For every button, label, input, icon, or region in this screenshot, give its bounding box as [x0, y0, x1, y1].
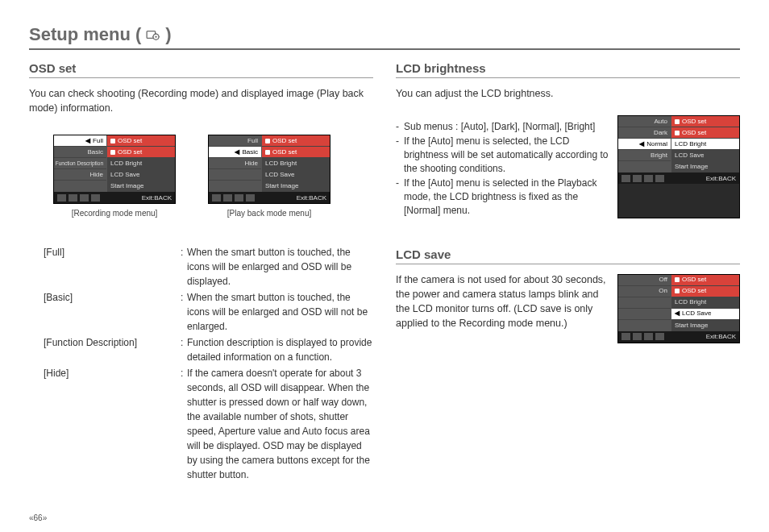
definition-term: [Basic]	[44, 290, 181, 334]
menu-item[interactable]: ◀Basic	[209, 147, 261, 158]
definition-row: [Full] :When the smart button is touched…	[44, 245, 373, 289]
menu-item-empty	[618, 309, 671, 320]
definition-desc: When the smart button is touched, the ic…	[187, 290, 373, 334]
menu-item-empty	[618, 161, 671, 172]
menu-item[interactable]: LCD Bright	[107, 158, 175, 169]
menu-item[interactable]: OSD set	[262, 147, 330, 158]
page-title: Setup menu ( )	[29, 24, 740, 50]
menu-item[interactable]: ◀Normal	[618, 139, 671, 150]
definition-term: [Hide]	[44, 366, 181, 482]
menu-item[interactable]: Hide	[54, 169, 106, 181]
menu-item[interactable]: Start Image	[262, 181, 330, 192]
square-icon	[110, 139, 115, 143]
osd-menu-recording: ◀Full Basic Function Description Hide OS…	[53, 135, 176, 204]
menu-item[interactable]: Auto	[618, 116, 671, 127]
definition-row: [Hide] :If the camera doesn't operate fo…	[44, 366, 373, 482]
menu-item[interactable]: OSD set	[107, 147, 175, 158]
definition-row: [Basic] :When the smart button is touche…	[44, 290, 373, 334]
menu-item[interactable]: On	[618, 286, 671, 297]
title-prefix: Setup menu (	[29, 24, 141, 45]
definition-row: [Function Description] :Function descrip…	[44, 335, 373, 364]
footer-icons	[212, 194, 255, 202]
lcd-save-intro: If the camera is not used for about 30 s…	[396, 272, 609, 343]
menu-item[interactable]: LCD Save	[107, 169, 175, 181]
menu-item[interactable]: Start Image	[107, 181, 175, 192]
menu-item[interactable]: OSD set	[107, 135, 175, 147]
menu-item[interactable]: Basic	[54, 147, 106, 158]
osd-menu-playback: Full ◀Basic Hide OSD set OSD set LCD Bri…	[208, 135, 330, 204]
menu-item[interactable]: Dark	[618, 127, 671, 139]
menu-item-empty	[618, 297, 671, 309]
exit-label[interactable]: Exit:BACK	[706, 333, 736, 340]
square-icon	[265, 150, 270, 155]
exit-label[interactable]: Exit:BACK	[706, 175, 736, 182]
menu-item[interactable]: Bright	[618, 150, 671, 161]
menu-item[interactable]: OSD set	[671, 127, 739, 139]
square-icon	[110, 150, 115, 155]
osd-menu-lcdsave: Off On OSD set OSD set LCD Bright ◀LCD S…	[617, 274, 740, 343]
definitions-list: [Full] :When the smart button is touched…	[44, 245, 373, 482]
square-icon	[675, 119, 680, 124]
definition-desc: If the camera doesn't operate for about …	[187, 366, 373, 482]
square-icon	[675, 131, 680, 135]
menu-item[interactable]: LCD Save	[671, 150, 739, 161]
bullet-text: If the [Auto] menu is selected in the Pl…	[404, 177, 609, 218]
menu-item[interactable]: ◀Full	[54, 135, 106, 147]
menu-item[interactable]: LCD Save	[262, 169, 330, 181]
definition-desc: When the smart button is touched, the ic…	[187, 245, 373, 289]
page-number: «66»	[29, 513, 47, 522]
title-suffix: )	[165, 24, 171, 45]
menu-item[interactable]: Hide	[209, 158, 261, 169]
menu-item-empty	[209, 181, 261, 192]
square-icon	[675, 289, 680, 293]
definition-desc: Function description is displayed to pro…	[187, 335, 373, 364]
footer-icons	[57, 194, 100, 202]
menu-item[interactable]: Off	[618, 275, 671, 286]
menu-item[interactable]: OSD set	[671, 116, 739, 127]
bullet-text: Sub menus : [Auto], [Dark], [Normal], [B…	[404, 120, 595, 134]
menu-caption-recording: [Recording mode menu]	[53, 209, 176, 218]
square-icon	[675, 277, 680, 282]
menu-item[interactable]: OSD set	[671, 286, 739, 297]
bullet-text: If the [Auto] menu is selected, the LCD …	[404, 135, 609, 177]
menu-item-empty	[618, 320, 671, 331]
definition-term: [Full]	[44, 245, 181, 289]
menu-item[interactable]: Function Description	[54, 158, 106, 169]
lcd-save-heading: LCD save	[396, 247, 740, 264]
menu-item[interactable]: Full	[209, 135, 261, 147]
lcd-brightness-heading: LCD brightness	[396, 61, 740, 78]
lcd-brightness-intro: You can adjust the LCD brightness.	[396, 86, 740, 101]
svg-point-2	[156, 35, 157, 37]
menu-item-empty	[54, 181, 106, 192]
menu-caption-playback: [Play back mode menu]	[208, 209, 330, 218]
menu-item[interactable]: ◀LCD Save	[671, 309, 739, 320]
menu-item[interactable]: Start Image	[671, 161, 739, 172]
osd-set-intro: You can check shooting (Recording mode) …	[29, 86, 373, 115]
square-icon	[265, 139, 270, 143]
osd-menu-brightness: Auto Dark ◀Normal Bright OSD set OSD set…	[617, 115, 740, 218]
menu-item[interactable]: OSD set	[671, 275, 739, 286]
exit-label[interactable]: Exit:BACK	[297, 194, 326, 202]
exit-label[interactable]: Exit:BACK	[142, 194, 172, 202]
menu-item[interactable]: LCD Bright	[671, 139, 739, 150]
footer-icons	[621, 175, 664, 182]
lcd-brightness-bullets: -Sub menus : [Auto], [Dark], [Normal], […	[396, 120, 609, 218]
menu-item-empty	[209, 169, 261, 181]
footer-icons	[621, 333, 664, 340]
menu-item[interactable]: OSD set	[262, 135, 330, 147]
gear-icon	[146, 29, 160, 40]
menu-item[interactable]: Start Image	[671, 320, 739, 331]
menu-item[interactable]: LCD Bright	[262, 158, 330, 169]
menu-item[interactable]: LCD Bright	[671, 297, 739, 309]
osd-set-heading: OSD set	[29, 61, 373, 78]
definition-term: [Function Description]	[44, 335, 181, 364]
